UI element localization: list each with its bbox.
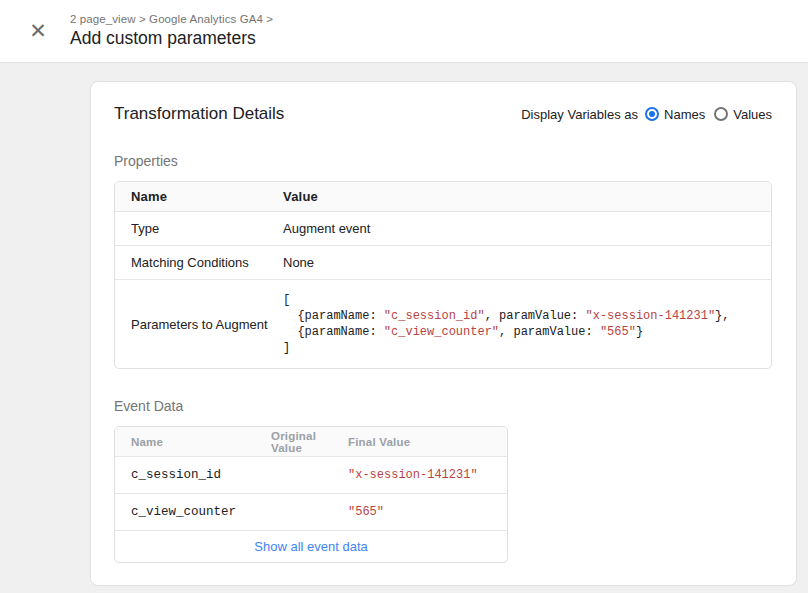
show-all-event-data-row: Show all event data xyxy=(115,530,507,562)
event-final-value: "x-session-141231" xyxy=(348,468,507,482)
breadcrumb: 2 page_view > Google Analytics GA4 > xyxy=(70,13,273,25)
show-all-event-data-link[interactable]: Show all event data xyxy=(254,539,367,554)
table-row: c_view_counter "565" xyxy=(115,493,507,530)
property-name: Matching Conditions xyxy=(115,255,283,270)
property-name: Type xyxy=(115,221,283,236)
radio-names[interactable]: Names xyxy=(645,107,705,122)
transformation-details-card: Transformation Details Display Variables… xyxy=(90,81,797,586)
parameters-code-block: [ {paramName: "c_session_id", paramValue… xyxy=(283,292,771,356)
column-header-value: Value xyxy=(283,189,771,204)
radio-values-label: Values xyxy=(733,107,772,122)
properties-section-title: Properties xyxy=(114,153,772,169)
display-variables-control: Display Variables as Names Values xyxy=(521,107,772,122)
panel-title: Transformation Details xyxy=(114,104,284,124)
column-header-final-value: Final Value xyxy=(348,436,507,448)
properties-table: Name Value Type Augment event Matching C… xyxy=(114,181,772,369)
page-title: Add custom parameters xyxy=(70,28,273,49)
event-final-value: "565" xyxy=(348,505,507,519)
event-data-table: Name Original Value Final Value c_sessio… xyxy=(114,426,508,563)
column-header-original-value: Original Value xyxy=(271,430,348,454)
event-param-name: c_view_counter xyxy=(115,505,271,519)
column-header-name: Name xyxy=(115,436,271,448)
display-variables-label: Display Variables as xyxy=(521,107,638,122)
radio-values[interactable]: Values xyxy=(714,107,772,122)
event-param-name: c_session_id xyxy=(115,468,271,482)
event-data-table-header: Name Original Value Final Value xyxy=(115,427,507,456)
property-name: Parameters to Augment xyxy=(115,317,283,332)
radio-names-label: Names xyxy=(664,107,705,122)
dialog-body: Transformation Details Display Variables… xyxy=(0,81,808,586)
dialog-header: ✕ 2 page_view > Google Analytics GA4 > A… xyxy=(0,0,808,63)
table-row: c_session_id "x-session-141231" xyxy=(115,456,507,493)
table-row: Matching Conditions None xyxy=(115,245,771,279)
table-row: Type Augment event xyxy=(115,211,771,245)
table-row: Parameters to Augment [ {paramName: "c_s… xyxy=(115,279,771,368)
event-data-section-title: Event Data xyxy=(114,398,772,414)
radio-button-icon xyxy=(714,107,728,121)
property-value: Augment event xyxy=(283,221,771,236)
property-value: None xyxy=(283,255,771,270)
close-icon[interactable]: ✕ xyxy=(20,13,56,49)
radio-button-icon xyxy=(645,107,659,121)
properties-table-header: Name Value xyxy=(115,182,771,211)
column-header-name: Name xyxy=(115,189,283,204)
